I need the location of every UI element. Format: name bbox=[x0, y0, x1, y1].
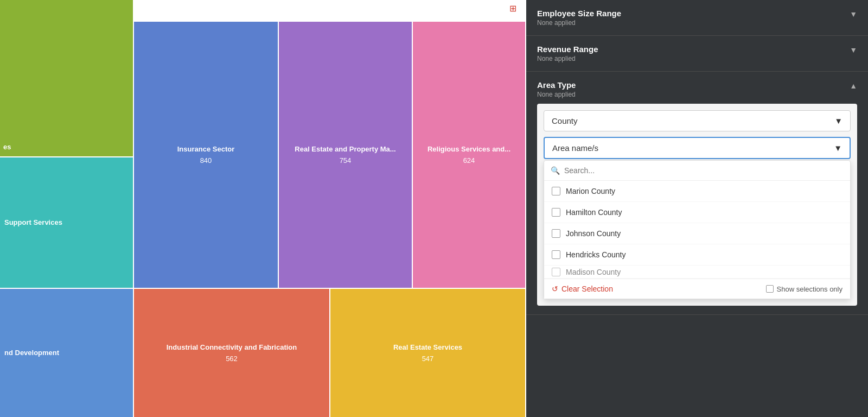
area-type-chevron: ▲ bbox=[850, 81, 857, 90]
treemap-cell-industrial[interactable]: Industrial Connectivity and Fabrication … bbox=[134, 289, 329, 417]
cell-label-green: es bbox=[3, 143, 11, 152]
dropdown-actions: ↺ Clear Selection Show selections only bbox=[544, 279, 850, 299]
cell-label-blue-lower: nd Development bbox=[4, 349, 59, 358]
revenue-range-chevron: ▼ bbox=[850, 46, 857, 54]
cell-label-realestate-prop: Real Estate and Property Ma... bbox=[295, 145, 395, 154]
cell-value-realestate-svc: 547 bbox=[422, 355, 434, 363]
employee-size-section[interactable]: Employee Size Range None applied ▼ bbox=[526, 0, 868, 36]
revenue-range-title: Revenue Range bbox=[537, 45, 598, 54]
employee-size-subtitle: None applied bbox=[537, 19, 621, 27]
treemap-cell-realestate-svc[interactable]: Real Estate Services 547 bbox=[330, 289, 525, 417]
area-name-dropdown-label: Area name/s bbox=[552, 143, 598, 153]
cell-value-religious: 624 bbox=[463, 156, 475, 165]
area-type-header[interactable]: Area Type None applied ▲ bbox=[537, 80, 857, 98]
county-label-hendricks: Hendricks County bbox=[566, 250, 626, 259]
checkbox-hamilton[interactable] bbox=[552, 208, 560, 217]
treemap-cell-green[interactable]: es bbox=[0, 0, 133, 156]
county-item-johnson[interactable]: Johnson County bbox=[544, 223, 850, 244]
clear-icon: ↺ bbox=[552, 285, 558, 293]
revenue-range-subtitle: None applied bbox=[537, 55, 598, 62]
employee-size-info: Employee Size Range None applied bbox=[537, 9, 621, 27]
employee-size-title: Employee Size Range bbox=[537, 9, 621, 18]
treemap-area: es Insurance Sector 840 Real Estate and … bbox=[0, 0, 526, 417]
show-selections-toggle[interactable]: Show selections only bbox=[766, 285, 843, 293]
county-search-input[interactable] bbox=[564, 166, 844, 175]
revenue-range-header[interactable]: Revenue Range None applied ▼ bbox=[537, 45, 857, 62]
area-name-dropdown[interactable]: Area name/s ▼ bbox=[544, 137, 851, 159]
treemap-cell-teal[interactable]: Support Services bbox=[0, 157, 133, 288]
sidebar: Employee Size Range None applied ▼ Reven… bbox=[526, 0, 868, 417]
revenue-range-info: Revenue Range None applied bbox=[537, 45, 598, 62]
show-selections-label: Show selections only bbox=[777, 285, 843, 293]
area-type-section: Area Type None applied ▲ County ▼ Area n… bbox=[526, 72, 868, 315]
area-name-dropdown-chevron: ▼ bbox=[834, 143, 842, 153]
cell-value-industrial: 562 bbox=[226, 355, 238, 363]
checkbox-marion[interactable] bbox=[552, 187, 560, 195]
treemap-cell-religious[interactable]: Religious Services and... 624 bbox=[413, 22, 525, 288]
county-item-hendricks[interactable]: Hendricks County bbox=[544, 244, 850, 266]
area-type-title: Area Type bbox=[537, 80, 576, 90]
cell-label-insurance: Insurance Sector bbox=[177, 145, 235, 154]
county-label-hamilton: Hamilton County bbox=[566, 208, 622, 217]
filter-adjust-icon[interactable]: ⊞ bbox=[509, 3, 516, 14]
checkbox-hendricks[interactable] bbox=[552, 250, 560, 259]
treemap-cell-realestate-prop[interactable]: Real Estate and Property Ma... 754 bbox=[279, 22, 412, 288]
search-icon: 🔍 bbox=[551, 166, 560, 175]
county-label-marion: Marion County bbox=[566, 187, 615, 195]
area-type-panel: County ▼ Area name/s ▼ 🔍 Marion County bbox=[537, 104, 857, 306]
area-type-subtitle: None applied bbox=[537, 91, 576, 98]
county-search-box: 🔍 bbox=[544, 161, 850, 181]
county-label-madison: Madison County bbox=[566, 268, 621, 276]
treemap-cell-blue-lower[interactable]: nd Development bbox=[0, 289, 133, 417]
cell-value-realestate-prop: 754 bbox=[340, 156, 352, 165]
employee-size-header[interactable]: Employee Size Range None applied ▼ bbox=[537, 9, 857, 27]
county-item-madison[interactable]: Madison County bbox=[544, 266, 850, 279]
cell-value-insurance: 840 bbox=[200, 156, 212, 165]
checkbox-madison[interactable] bbox=[552, 268, 560, 276]
county-label-johnson: Johnson County bbox=[566, 229, 621, 238]
cell-label-religious: Religious Services and... bbox=[427, 145, 510, 154]
cell-label-industrial: Industrial Connectivity and Fabrication bbox=[167, 343, 297, 352]
treemap-container: es Insurance Sector 840 Real Estate and … bbox=[0, 0, 526, 417]
treemap-cell-insurance[interactable]: Insurance Sector 840 bbox=[134, 22, 278, 288]
county-item-hamilton[interactable]: Hamilton County bbox=[544, 202, 850, 223]
revenue-range-section[interactable]: Revenue Range None applied ▼ bbox=[526, 36, 868, 72]
show-selections-checkbox[interactable] bbox=[766, 285, 774, 293]
area-type-info: Area Type None applied bbox=[537, 80, 576, 98]
county-dropdown-chevron: ▼ bbox=[834, 116, 843, 125]
clear-selection-label: Clear Selection bbox=[561, 285, 613, 293]
county-item-marion[interactable]: Marion County bbox=[544, 181, 850, 202]
clear-selection-button[interactable]: ↺ Clear Selection bbox=[552, 285, 613, 293]
cell-label-realestate-svc: Real Estate Services bbox=[393, 343, 462, 352]
county-dropdown-list: 🔍 Marion County Hamilton County Johnson … bbox=[544, 160, 851, 299]
county-dropdown-label: County bbox=[552, 116, 578, 125]
checkbox-johnson[interactable] bbox=[552, 229, 560, 238]
cell-label-teal: Support Services bbox=[4, 218, 62, 228]
employee-size-chevron: ▼ bbox=[850, 10, 857, 18]
county-dropdown[interactable]: County ▼ bbox=[544, 110, 851, 131]
